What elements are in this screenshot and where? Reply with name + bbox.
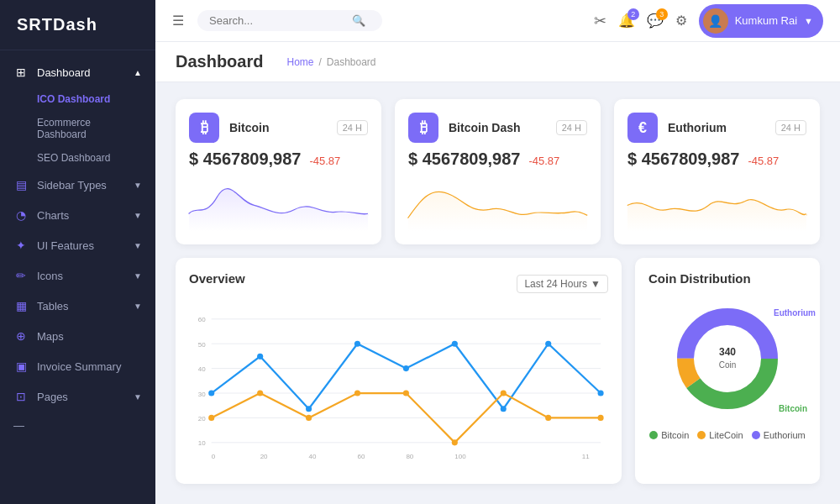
main-content: ☰ 🔍 ✂ 🔔2 💬3 ⚙ 👤 Kumkum Rai ▼ Dashboard [155,0,840,504]
messages-icon[interactable]: 💬3 [647,13,664,29]
menu-icon[interactable]: ☰ [172,13,184,29]
svg-point-34 [501,390,507,396]
svg-text:40: 40 [198,365,206,373]
svg-point-22 [354,341,360,347]
notification-icon[interactable]: 🔔2 [618,13,635,29]
topbar: ☰ 🔍 ✂ 🔔2 💬3 ⚙ 👤 Kumkum Rai ▼ [155,0,840,42]
page-header: Dashboard Home / Dashboard [155,42,840,82]
svg-text:11: 11 [582,453,590,460]
overview-header: Overview Last 24 Hours ▼ [189,271,608,296]
sidebar-item-charts[interactable]: ◔ Charts ▼ [0,200,155,230]
card-header: ₿ Bitcoin Dash 24 H [408,113,587,143]
sidebar-item-label: Maps [37,330,142,343]
sidebar-types-icon: ▤ [13,177,29,192]
user-chevron-icon: ▼ [804,16,813,26]
bitcoin-dash-chart [408,172,587,231]
legend-dot-euthorium [752,431,760,439]
svg-point-32 [403,390,409,396]
amount-change: -45.87 [748,155,779,167]
coin-dist-title: Coin Distribution [648,271,806,286]
sidebar-item-tables[interactable]: ▦ Tables ▼ [0,291,155,321]
svg-text:340: 340 [719,346,736,358]
euthorium-icon: € [627,113,658,143]
breadcrumb-current: Dashboard [327,56,376,68]
sidebar-item-pages[interactable]: ⊡ Pages ▼ [0,381,155,412]
chevron-icon: ▼ [134,302,142,311]
chevron-icon: ▼ [134,181,142,190]
user-avatar: 👤 [703,8,728,34]
donut-legend: Bitcoin LiteCoin Euthorium [649,430,806,440]
cut-icon[interactable]: ✂ [594,12,606,30]
svg-point-41 [696,327,759,391]
svg-point-19 [208,390,214,396]
sidebar-item-icons[interactable]: ✏ Icons ▼ [0,260,155,291]
svg-text:100: 100 [454,453,466,460]
svg-point-27 [598,390,604,396]
euthorium-chart [627,172,806,231]
sidebar-item-label: Pages [37,391,134,403]
topbar-actions: ✂ 🔔2 💬3 ⚙ 👤 Kumkum Rai ▼ [594,4,823,38]
period-label: Last 24 Hours [524,278,587,290]
svg-point-24 [452,341,458,347]
coin-distribution-card: Coin Distribution [635,258,820,484]
time-badge: 24 H [337,120,368,135]
sidebar-item-more[interactable]: — [0,412,155,439]
euthorium-chart-label: Euthorium [774,308,816,318]
breadcrumb-home[interactable]: Home [286,56,313,68]
time-badge: 24 H [556,120,587,135]
sidebar-item-label: Charts [37,209,134,222]
svg-text:80: 80 [406,453,413,460]
sidebar-item-maps[interactable]: ⊕ Maps [0,321,155,351]
sidebar-item-sidebar-types[interactable]: ▤ Sidebar Types ▼ [0,170,155,200]
icons-nav-icon: ✏ [13,268,29,283]
chevron-icon: ▼ [134,241,142,250]
tables-icon: ▦ [13,298,29,313]
coin-name: Bitcoin [229,121,337,134]
content-area: ₿ Bitcoin 24 H $ 4567809,987 -45.87 [155,82,840,504]
settings-icon[interactable]: ⚙ [675,13,687,29]
overview-title: Overview [189,271,245,286]
search-input[interactable] [209,14,352,27]
legend-label-euthorium: Euthorium [764,430,806,440]
svg-point-21 [306,406,312,412]
bottom-row: Overview Last 24 Hours ▼ [155,244,840,501]
amount-value: $ 4567809,987 [189,150,301,169]
sidebar-item-ico-dashboard[interactable]: ICO Dashboard [0,87,155,111]
donut-chart: 340 Coin Euthorium Bitcoin [664,296,790,422]
amount-change: -45.87 [528,155,559,167]
svg-text:60: 60 [198,316,206,323]
invoice-icon: ▣ [13,359,29,374]
notification-badge: 2 [627,8,639,20]
maps-icon: ⊕ [13,328,29,344]
sidebar-item-ui-features[interactable]: ✦ UI Features ▼ [0,230,155,260]
sidebar-item-invoice-summary[interactable]: ▣ Invoice Summary [0,351,155,381]
chevron-icon: ▲ [134,68,142,77]
crypto-cards-row: ₿ Bitcoin 24 H $ 4567809,987 -45.87 [155,82,840,244]
user-menu-button[interactable]: 👤 Kumkum Rai ▼ [699,4,823,38]
svg-text:0: 0 [212,453,216,460]
svg-text:50: 50 [198,341,206,349]
search-box: 🔍 [197,10,382,31]
sidebar-item-ecommerce-dashboard[interactable]: Ecommerce Dashboard [0,111,155,146]
legend-label-litecoin: LiteCoin [709,430,743,440]
svg-text:60: 60 [357,453,365,460]
sidebar-item-label: Sidebar Types [37,179,134,192]
sidebar-item-dashboard[interactable]: ⊞ Dashboard ▲ [0,57,155,87]
card-amount: $ 4567809,987 -45.87 [408,150,587,169]
sidebar-item-label: Icons [37,270,134,282]
svg-point-30 [306,415,312,421]
svg-text:40: 40 [309,453,317,460]
legend-dot-litecoin [697,431,706,439]
overview-chart: 60 50 40 30 20 10 0 20 40 60 80 100 [189,302,608,470]
svg-point-25 [501,406,507,412]
bitcoin-chart [189,172,368,231]
card-amount: $ 4567809,987 -45.87 [627,150,806,169]
svg-point-35 [545,415,551,421]
dashboard-icon: ⊞ [13,65,29,80]
svg-text:30: 30 [198,391,206,398]
charts-icon: ◔ [13,207,29,223]
card-amount: $ 4567809,987 -45.87 [189,150,368,169]
period-select[interactable]: Last 24 Hours ▼ [517,275,608,293]
sidebar-item-seo-dashboard[interactable]: SEO Dashboard [0,146,155,170]
amount-change: -45.87 [309,155,340,167]
